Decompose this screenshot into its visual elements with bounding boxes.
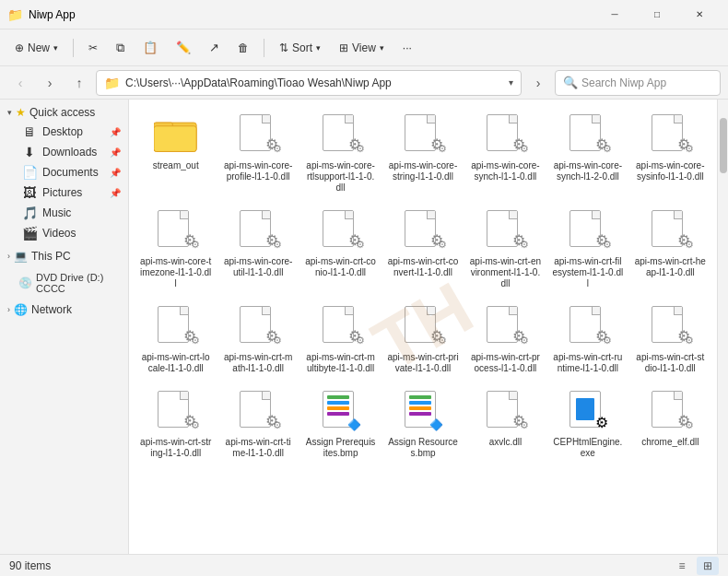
list-item[interactable]: ⚙⚙ api-ms-win-crt-locale-l1-1-0.dll <box>136 299 215 380</box>
view-button[interactable]: ⊞ View ▾ <box>332 38 392 58</box>
list-item[interactable]: ⚙⚙ api-ms-win-crt-runtime-l1-1-0.dll <box>548 299 627 380</box>
sidebar-item-documents[interactable]: 📄 Documents 📌 <box>0 162 128 182</box>
maximize-button[interactable]: □ <box>636 0 678 29</box>
list-item[interactable]: ⚙⚙ api-ms-win-crt-string-l1-1-0.dll <box>136 383 215 464</box>
list-item[interactable]: ⚙⚙ api-ms-win-crt-environment-l1-1-0.dll <box>466 203 545 295</box>
list-item[interactable]: ⚙⚙ api-ms-win-crt-heap-l1-1-0.dll <box>631 203 710 295</box>
list-item[interactable]: ⚙⚙ api-ms-win-core-util-l1-1-0.dll <box>218 203 297 295</box>
more-button[interactable]: ··· <box>395 38 419 58</box>
list-item[interactable]: ⚙⚙ api-ms-win-core-profile-l1-1-0.dll <box>218 107 297 199</box>
file-label: api-ms-win-core-profile-l1-1-0.dll <box>222 160 293 182</box>
list-item[interactable]: ⚙⚙ api-ms-win-crt-private-l1-1-0.dll <box>383 299 462 380</box>
sidebar-item-videos[interactable]: 🎬 Videos <box>0 223 128 243</box>
new-button[interactable]: ⊕ New ▾ <box>7 38 65 58</box>
copy-button[interactable]: ⧉ <box>109 37 132 59</box>
file-label: api-ms-win-crt-heap-l1-1-0.dll <box>635 256 706 278</box>
list-item[interactable]: 🔷 Assign Resources.bmp <box>383 383 462 464</box>
list-item[interactable]: stream_out <box>136 107 215 199</box>
address-bar-field[interactable]: 📁 C:\Users\···\AppData\Roaming\Tioao Wes… <box>96 70 522 96</box>
sidebar-item-desktop[interactable]: 🖥 Desktop 📌 <box>0 122 128 142</box>
paste-button[interactable]: 📋 <box>135 37 165 58</box>
forward-button[interactable]: › <box>37 70 63 96</box>
toolbar: ⊕ New ▾ ✂ ⧉ 📋 ✏️ ↗ 🗑 ⇅ Sort ▾ ⊞ View ▾ ·… <box>0 29 728 66</box>
dvd-icon: 💿 <box>18 276 32 289</box>
cut-button[interactable]: ✂ <box>81 38 105 58</box>
file-label: api-ms-win-core-rtlsupport-l1-1-0.dll <box>305 160 376 194</box>
address-dropdown-icon[interactable]: ▾ <box>509 77 513 88</box>
quick-access-header[interactable]: ▾ ★ Quick access <box>0 103 128 122</box>
list-item[interactable]: ⚙⚙ api-ms-win-crt-multibyte-l1-1-0.dll <box>301 299 380 380</box>
address-forward-button[interactable]: › <box>525 70 551 96</box>
rename-icon: ✏️ <box>176 41 191 54</box>
list-item[interactable]: 🔷 Assign Prerequisites.bmp <box>301 383 380 464</box>
network-header[interactable]: › 🌐 Network <box>0 300 128 319</box>
list-view-button[interactable]: ≡ <box>671 557 693 575</box>
delete-button[interactable]: 🗑 <box>230 38 256 58</box>
music-icon: 🎵 <box>22 206 37 220</box>
file-label: api-ms-win-crt-filesystem-l1-1-0.dll <box>552 256 623 289</box>
sidebar-item-music[interactable]: 🎵 Music <box>0 203 128 223</box>
list-item[interactable]: ⚙⚙ api-ms-win-crt-process-l1-1-0.dll <box>466 299 545 380</box>
list-item[interactable]: ⚙⚙ chrome_elf.dll <box>631 383 710 464</box>
file-label: api-ms-win-core-synch-l1-1-0.dll <box>470 160 541 182</box>
titlebar-controls: ─ □ ✕ <box>593 0 721 29</box>
list-item[interactable]: ⚙⚙ api-ms-win-crt-stdio-l1-1-0.dll <box>631 299 710 380</box>
list-item[interactable]: ⚙⚙ api-ms-win-crt-filesystem-l1-1-0.dll <box>548 203 627 295</box>
list-item[interactable]: ⚙⚙ api-ms-win-core-string-l1-1-0.dll <box>383 107 462 199</box>
list-item[interactable]: ⚙⚙ api-ms-win-crt-math-l1-1-0.dll <box>218 299 297 380</box>
file-label: api-ms-win-crt-locale-l1-1-0.dll <box>140 352 211 374</box>
pin-icon-documents: 📌 <box>110 168 121 178</box>
content-area[interactable]: TH stream_out ⚙⚙ api-ms-win-core-profile… <box>129 100 717 554</box>
quick-access-chevron: ▾ <box>7 108 12 117</box>
svg-rect-2 <box>154 126 196 152</box>
list-item[interactable]: ⚙⚙ api-ms-win-crt-conio-l1-1-0.dll <box>301 203 380 295</box>
grid-view-button[interactable]: ⊞ <box>697 557 719 575</box>
statusbar: 90 items ≡ ⊞ <box>0 554 728 576</box>
list-item[interactable]: ⚙⚙ api-ms-win-crt-time-l1-1-0.dll <box>218 383 297 464</box>
this-pc-header[interactable]: › 💻 This PC <box>0 247 128 265</box>
list-item[interactable]: ⚙⚙ api-ms-win-core-rtlsupport-l1-1-0.dll <box>301 107 380 199</box>
folder-icon <box>154 114 198 155</box>
list-item[interactable]: ⚙⚙ api-ms-win-core-sysinfo-l1-1-0.dll <box>631 107 710 199</box>
list-item[interactable]: ⚙⚙ api-ms-win-core-synch-l1-2-0.dll <box>548 107 627 199</box>
sort-button[interactable]: ⇅ Sort ▾ <box>272 38 328 58</box>
search-icon: 🔍 <box>563 76 578 89</box>
file-label: api-ms-win-crt-multibyte-l1-1-0.dll <box>305 352 376 374</box>
scrollbar[interactable] <box>717 100 728 554</box>
file-label: api-ms-win-crt-private-l1-1-0.dll <box>387 352 458 374</box>
file-label: api-ms-win-crt-runtime-l1-1-0.dll <box>552 352 623 374</box>
videos-icon: 🎬 <box>22 226 37 241</box>
bmp-badge-icon: 🔷 <box>347 418 361 431</box>
list-item[interactable]: ⚙ CEPHtmlEngine.exe <box>548 383 627 464</box>
toolbar-separator-2 <box>264 39 264 57</box>
items-count: 90 items <box>9 559 51 572</box>
sidebar-item-pictures[interactable]: 🖼 Pictures 📌 <box>0 182 128 203</box>
up-button[interactable]: ↑ <box>66 70 92 96</box>
list-item[interactable]: ⚙⚙ api-ms-win-core-synch-l1-1-0.dll <box>466 107 545 199</box>
quick-access-star-icon: ★ <box>16 106 26 119</box>
file-label: Assign Resources.bmp <box>387 437 458 459</box>
scrollbar-thumb[interactable] <box>720 118 727 173</box>
network-chevron: › <box>7 305 10 314</box>
file-label: api-ms-win-crt-string-l1-1-0.dll <box>140 437 211 459</box>
sidebar-item-downloads[interactable]: ⬇ Downloads 📌 <box>0 142 128 162</box>
rename-button[interactable]: ✏️ <box>169 37 198 58</box>
bmp-badge-icon: 🔷 <box>429 418 443 431</box>
sidebar: ▾ ★ Quick access 🖥 Desktop 📌 ⬇ Downloads… <box>0 100 129 554</box>
file-label: axvlc.dll <box>489 437 523 448</box>
app-icon: 📁 <box>7 7 23 22</box>
list-item[interactable]: ⚙⚙ axvlc.dll <box>466 383 545 464</box>
pictures-icon: 🖼 <box>22 185 37 200</box>
file-label: api-ms-win-core-string-l1-1-0.dll <box>387 160 458 182</box>
dvd-header[interactable]: 💿 DVD Drive (D:) CCCC <box>0 269 128 297</box>
file-label: api-ms-win-core-sysinfo-l1-1-0.dll <box>635 160 706 182</box>
file-label: api-ms-win-crt-math-l1-1-0.dll <box>222 352 293 374</box>
close-button[interactable]: ✕ <box>678 0 721 29</box>
search-field[interactable]: 🔍 Search Niwp App <box>555 70 721 96</box>
view-toggles: ≡ ⊞ <box>671 557 719 575</box>
list-item[interactable]: ⚙⚙ api-ms-win-core-timezone-l1-1-0.dll <box>136 203 215 295</box>
share-button[interactable]: ↗ <box>202 37 227 58</box>
minimize-button[interactable]: ─ <box>593 0 636 29</box>
list-item[interactable]: ⚙⚙ api-ms-win-crt-convert-l1-1-0.dll <box>383 203 462 295</box>
back-button[interactable]: ‹ <box>7 70 33 96</box>
